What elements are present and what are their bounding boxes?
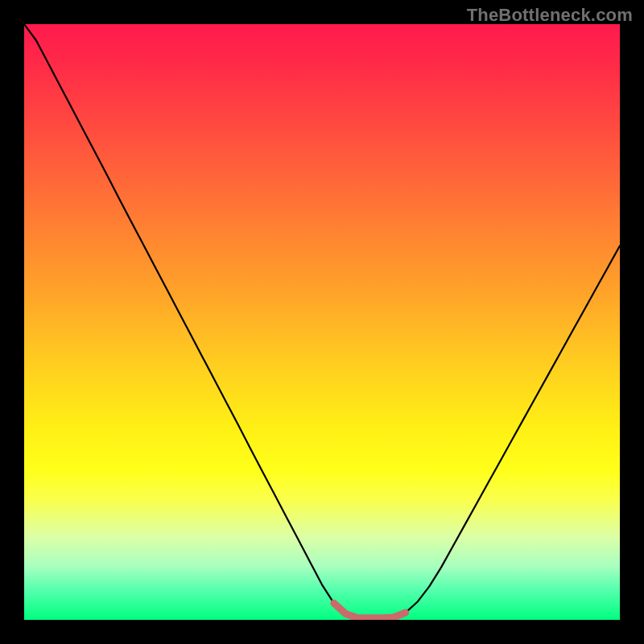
chart-frame: TheBottleneck.com — [0, 0, 644, 644]
plot-area — [24, 24, 620, 620]
watermark-text: TheBottleneck.com — [467, 5, 633, 26]
red-valley-overlay — [334, 603, 406, 618]
black-curve — [24, 24, 620, 618]
curve-layer — [24, 24, 620, 620]
